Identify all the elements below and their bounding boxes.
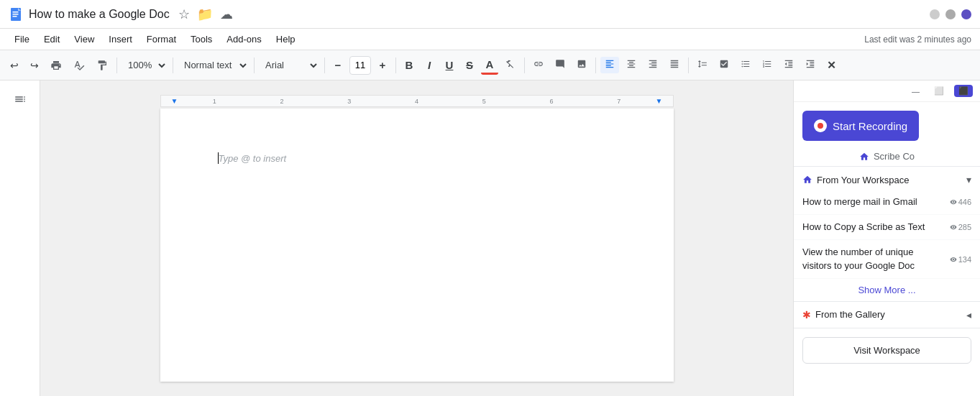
- redo-button[interactable]: ↪: [26, 57, 43, 74]
- title-bar: How to make a Google Doc ☆ 📁 ☁: [0, 0, 980, 29]
- menu-file[interactable]: File: [9, 32, 35, 47]
- bullet-list-button[interactable]: [736, 57, 755, 73]
- gallery-header-left: ✱ From the Gallery: [802, 309, 885, 321]
- divider-3: [254, 57, 255, 73]
- recording-dot: [818, 123, 823, 129]
- line-spacing-button[interactable]: [693, 57, 712, 73]
- folder-icon[interactable]: 📁: [197, 6, 213, 22]
- sidebar-outline-icon[interactable]: [10, 89, 30, 109]
- font-size-decrease-button[interactable]: −: [329, 57, 347, 73]
- zoom-select[interactable]: 100% 75% 125% 150%: [122, 55, 168, 75]
- workspace-home-icon: [802, 175, 812, 185]
- visit-workspace-button[interactable]: Visit Workspace: [802, 337, 971, 364]
- svg-rect-1: [13, 11, 19, 13]
- gallery-section-header[interactable]: ✱ From the Gallery ◂: [794, 302, 980, 328]
- strikethrough-button[interactable]: S: [461, 57, 478, 73]
- workspace-label: From Your Workspace: [817, 175, 909, 185]
- italic-button[interactable]: I: [421, 57, 438, 73]
- workspace-item-3[interactable]: View the number of unique visitors to yo…: [794, 240, 980, 278]
- panel-minimize-button[interactable]: —: [907, 86, 924, 97]
- scribe-co-label: Scribe Co: [874, 151, 915, 162]
- print-button[interactable]: [46, 57, 66, 74]
- google-docs-icon: [9, 7, 23, 22]
- divider-1: [116, 57, 117, 73]
- font-size-input[interactable]: [349, 56, 371, 75]
- workspace-item-2-count: 285: [950, 223, 971, 231]
- workspace-item-1-title: How to merge mail in Gmail: [802, 195, 944, 208]
- scribe-home-icon: [859, 152, 869, 162]
- paint-format-button[interactable]: [92, 57, 112, 74]
- show-more-button[interactable]: Show More ...: [794, 279, 980, 302]
- menu-tools[interactable]: Tools: [185, 32, 218, 47]
- checklist-button[interactable]: [715, 57, 733, 73]
- start-recording-button[interactable]: Start Recording: [802, 111, 919, 141]
- menu-format[interactable]: Format: [141, 32, 182, 47]
- title-actions: ☆ 📁 ☁: [178, 6, 233, 22]
- workspace-header-left: From Your Workspace: [802, 175, 909, 185]
- font-select[interactable]: Arial Times New Roman Courier New: [259, 55, 320, 75]
- divider-8: [688, 57, 689, 73]
- menu-help[interactable]: Help: [270, 32, 301, 47]
- increase-indent-button[interactable]: [801, 57, 820, 73]
- spellcheck-button[interactable]: [69, 57, 89, 74]
- decrease-indent-button[interactable]: [779, 57, 798, 73]
- sidebar-left: [0, 80, 40, 396]
- show-more-label: Show More ...: [858, 285, 915, 295]
- workspace-item-2[interactable]: How to Copy a Scribe as Text 285: [794, 215, 980, 240]
- cloud-icon[interactable]: ☁: [220, 6, 233, 22]
- menu-edit[interactable]: Edit: [38, 32, 65, 47]
- align-right-button[interactable]: [644, 57, 662, 73]
- last-edit: Last edit was 2 minutes ago: [864, 34, 971, 45]
- main-area: ▼ ▼ 1 2 3 4 5 6 7 Type @ to insert — ⬜ ⬛: [0, 80, 980, 396]
- doc-title: How to make a Google Doc: [29, 8, 170, 21]
- highlight-button[interactable]: [501, 57, 520, 73]
- menu-insert[interactable]: Insert: [103, 32, 138, 47]
- panel-top-bar: — ⬜ ⬛: [794, 80, 980, 102]
- workspace-item-3-count: 134: [950, 255, 971, 264]
- workspace-item-3-title: View the number of unique visitors to yo…: [802, 246, 944, 272]
- comment-button[interactable]: [551, 57, 569, 73]
- workspace-item-1-count: 446: [950, 198, 971, 206]
- underline-button[interactable]: U: [441, 57, 458, 73]
- scribe-co-row: Scribe Co: [794, 147, 980, 167]
- divider-2: [173, 57, 173, 73]
- divider-4: [324, 57, 325, 73]
- recording-icon: [814, 119, 827, 132]
- text-color-button[interactable]: A: [481, 56, 498, 75]
- panel-expand-button[interactable]: ⬛: [954, 85, 973, 97]
- svg-rect-2: [13, 14, 19, 15]
- window-controls: [930, 9, 971, 19]
- close-button[interactable]: [961, 9, 971, 19]
- maximize-button[interactable]: [945, 9, 956, 19]
- link-button[interactable]: [529, 57, 548, 73]
- workspace-chevron-icon: ▾: [966, 174, 971, 185]
- doc-page[interactable]: Type @ to insert: [160, 109, 674, 382]
- text-style-select[interactable]: Normal text Heading 1 Heading 2 Heading …: [178, 55, 249, 75]
- menu-addons[interactable]: Add-ons: [221, 32, 267, 47]
- workspace-item-2-title: How to Copy a Scribe as Text: [802, 221, 944, 234]
- numbered-list-button[interactable]: [758, 57, 777, 73]
- minimize-button[interactable]: [930, 9, 940, 19]
- doc-placeholder: Type @ to insert: [219, 153, 287, 164]
- align-justify-button[interactable]: [665, 57, 684, 73]
- clear-format-button[interactable]: ✕: [823, 57, 841, 74]
- align-center-button[interactable]: [622, 57, 641, 73]
- workspace-item-1[interactable]: How to merge mail in Gmail 446: [794, 190, 980, 215]
- start-recording-label: Start Recording: [833, 120, 907, 132]
- undo-button[interactable]: ↩: [6, 57, 23, 74]
- font-size-increase-button[interactable]: +: [374, 57, 391, 73]
- menu-view[interactable]: View: [68, 32, 100, 47]
- right-panel: — ⬜ ⬛ Start Recording Scribe Co Fro: [793, 80, 980, 396]
- divider-7: [595, 57, 596, 73]
- menu-bar: File Edit View Insert Format Tools Add-o…: [0, 29, 980, 50]
- visit-workspace-label: Visit Workspace: [853, 345, 920, 356]
- doc-area: ▼ ▼ 1 2 3 4 5 6 7 Type @ to insert: [40, 80, 793, 396]
- bold-button[interactable]: B: [400, 57, 418, 73]
- panel-resize-button[interactable]: ⬜: [930, 85, 948, 97]
- workspace-section-header[interactable]: From Your Workspace ▾: [794, 167, 980, 190]
- star-icon[interactable]: ☆: [178, 6, 190, 22]
- image-button[interactable]: [572, 57, 591, 73]
- align-left-button[interactable]: [600, 57, 619, 73]
- toolbar: ↩ ↪ 100% 75% 125% 150% Normal text Headi…: [0, 50, 980, 80]
- gallery-label: From the Gallery: [815, 309, 885, 320]
